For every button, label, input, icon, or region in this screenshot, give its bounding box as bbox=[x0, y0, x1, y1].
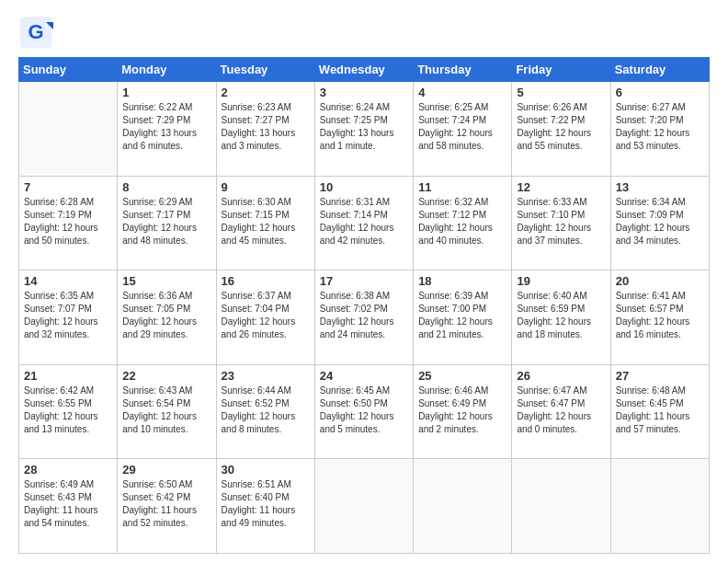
day-number: 6 bbox=[616, 86, 704, 99]
calendar-cell: 4Sunrise: 6:25 AM Sunset: 7:24 PM Daylig… bbox=[414, 82, 512, 177]
calendar-table: Sunday Monday Tuesday Wednesday Thursday… bbox=[18, 57, 710, 554]
day-number: 29 bbox=[122, 463, 210, 477]
daylight-info: Sunrise: 6:24 AM Sunset: 7:25 PM Dayligh… bbox=[320, 101, 408, 153]
calendar-cell: 15Sunrise: 6:36 AM Sunset: 7:05 PM Dayli… bbox=[118, 270, 216, 365]
daylight-info: Sunrise: 6:25 AM Sunset: 7:24 PM Dayligh… bbox=[418, 101, 506, 153]
daylight-info: Sunrise: 6:41 AM Sunset: 6:57 PM Dayligh… bbox=[616, 290, 704, 341]
daylight-info: Sunrise: 6:44 AM Sunset: 6:52 PM Dayligh… bbox=[222, 385, 310, 436]
day-number: 30 bbox=[222, 463, 310, 477]
day-number: 25 bbox=[418, 369, 506, 383]
day-number: 16 bbox=[222, 274, 310, 288]
calendar-cell: 8Sunrise: 6:29 AM Sunset: 7:17 PM Daylig… bbox=[118, 176, 216, 270]
daylight-info: Sunrise: 6:34 AM Sunset: 7:09 PM Dayligh… bbox=[616, 196, 704, 247]
daylight-info: Sunrise: 6:49 AM Sunset: 6:43 PM Dayligh… bbox=[24, 478, 112, 530]
logo: G bbox=[18, 15, 57, 50]
daylight-info: Sunrise: 6:28 AM Sunset: 7:19 PM Dayligh… bbox=[24, 196, 112, 247]
day-number: 21 bbox=[24, 369, 112, 383]
calendar-cell: 2Sunrise: 6:23 AM Sunset: 7:27 PM Daylig… bbox=[216, 82, 314, 177]
calendar-cell: 23Sunrise: 6:44 AM Sunset: 6:52 PM Dayli… bbox=[216, 364, 314, 459]
daylight-info: Sunrise: 6:30 AM Sunset: 7:15 PM Dayligh… bbox=[222, 196, 310, 247]
day-number: 20 bbox=[616, 274, 704, 288]
calendar-header-row: Sunday Monday Tuesday Wednesday Thursday… bbox=[19, 58, 710, 82]
calendar-cell: 12Sunrise: 6:33 AM Sunset: 7:10 PM Dayli… bbox=[512, 176, 610, 270]
col-saturday: Saturday bbox=[610, 58, 709, 82]
daylight-info: Sunrise: 6:33 AM Sunset: 7:10 PM Dayligh… bbox=[517, 196, 605, 247]
calendar-cell: 26Sunrise: 6:47 AM Sunset: 6:47 PM Dayli… bbox=[512, 364, 610, 459]
daylight-info: Sunrise: 6:39 AM Sunset: 7:00 PM Dayligh… bbox=[418, 290, 506, 341]
col-thursday: Thursday bbox=[414, 58, 512, 82]
calendar-cell: 24Sunrise: 6:45 AM Sunset: 6:50 PM Dayli… bbox=[314, 364, 413, 459]
svg-text:G: G bbox=[28, 20, 43, 43]
week-row-2: 7Sunrise: 6:28 AM Sunset: 7:19 PM Daylig… bbox=[19, 176, 710, 270]
week-row-1: 1Sunrise: 6:22 AM Sunset: 7:29 PM Daylig… bbox=[19, 82, 710, 177]
day-number: 22 bbox=[122, 369, 210, 383]
week-row-4: 21Sunrise: 6:42 AM Sunset: 6:55 PM Dayli… bbox=[19, 364, 710, 459]
daylight-info: Sunrise: 6:40 AM Sunset: 6:59 PM Dayligh… bbox=[517, 290, 605, 341]
day-number: 24 bbox=[320, 369, 408, 383]
day-number: 26 bbox=[517, 369, 605, 383]
calendar-cell: 17Sunrise: 6:38 AM Sunset: 7:02 PM Dayli… bbox=[314, 270, 413, 365]
calendar-cell: 22Sunrise: 6:43 AM Sunset: 6:54 PM Dayli… bbox=[118, 364, 216, 459]
daylight-info: Sunrise: 6:42 AM Sunset: 6:55 PM Dayligh… bbox=[24, 385, 112, 436]
calendar-cell: 11Sunrise: 6:32 AM Sunset: 7:12 PM Dayli… bbox=[414, 176, 512, 270]
day-number: 7 bbox=[24, 180, 112, 194]
col-sunday: Sunday bbox=[19, 58, 118, 82]
col-monday: Monday bbox=[118, 58, 216, 82]
day-number: 28 bbox=[24, 463, 112, 477]
daylight-info: Sunrise: 6:45 AM Sunset: 6:50 PM Dayligh… bbox=[320, 385, 408, 436]
calendar-cell: 10Sunrise: 6:31 AM Sunset: 7:14 PM Dayli… bbox=[314, 176, 413, 270]
calendar-cell: 30Sunrise: 6:51 AM Sunset: 6:40 PM Dayli… bbox=[216, 459, 314, 554]
day-number: 14 bbox=[24, 274, 112, 288]
day-number: 18 bbox=[418, 274, 506, 288]
calendar-cell: 16Sunrise: 6:37 AM Sunset: 7:04 PM Dayli… bbox=[216, 270, 314, 365]
day-number: 10 bbox=[320, 180, 408, 194]
day-number: 17 bbox=[320, 274, 408, 288]
day-number: 23 bbox=[222, 369, 310, 383]
daylight-info: Sunrise: 6:37 AM Sunset: 7:04 PM Dayligh… bbox=[222, 290, 310, 341]
day-number: 8 bbox=[122, 180, 210, 194]
daylight-info: Sunrise: 6:32 AM Sunset: 7:12 PM Dayligh… bbox=[418, 196, 506, 247]
day-number: 13 bbox=[616, 180, 704, 194]
calendar-cell: 19Sunrise: 6:40 AM Sunset: 6:59 PM Dayli… bbox=[512, 270, 610, 365]
daylight-info: Sunrise: 6:29 AM Sunset: 7:17 PM Dayligh… bbox=[122, 196, 210, 247]
day-number: 15 bbox=[122, 274, 210, 288]
calendar-cell bbox=[512, 459, 610, 554]
week-row-5: 28Sunrise: 6:49 AM Sunset: 6:43 PM Dayli… bbox=[19, 459, 710, 554]
calendar-cell: 13Sunrise: 6:34 AM Sunset: 7:09 PM Dayli… bbox=[610, 176, 709, 270]
page: G Sunday Monday Tuesday Wednesday Thursd… bbox=[0, 0, 728, 563]
day-number: 19 bbox=[517, 274, 605, 288]
calendar-cell: 20Sunrise: 6:41 AM Sunset: 6:57 PM Dayli… bbox=[610, 270, 709, 365]
daylight-info: Sunrise: 6:46 AM Sunset: 6:49 PM Dayligh… bbox=[418, 385, 506, 436]
calendar-cell: 6Sunrise: 6:27 AM Sunset: 7:20 PM Daylig… bbox=[610, 82, 709, 177]
col-tuesday: Tuesday bbox=[216, 58, 314, 82]
calendar-cell bbox=[19, 82, 118, 177]
col-friday: Friday bbox=[512, 58, 610, 82]
daylight-info: Sunrise: 6:51 AM Sunset: 6:40 PM Dayligh… bbox=[222, 478, 310, 530]
daylight-info: Sunrise: 6:31 AM Sunset: 7:14 PM Dayligh… bbox=[320, 196, 408, 247]
calendar-cell: 27Sunrise: 6:48 AM Sunset: 6:45 PM Dayli… bbox=[610, 364, 709, 459]
day-number: 3 bbox=[320, 86, 408, 99]
calendar-cell: 1Sunrise: 6:22 AM Sunset: 7:29 PM Daylig… bbox=[118, 82, 216, 177]
daylight-info: Sunrise: 6:23 AM Sunset: 7:27 PM Dayligh… bbox=[222, 101, 310, 153]
calendar-cell: 14Sunrise: 6:35 AM Sunset: 7:07 PM Dayli… bbox=[19, 270, 118, 365]
day-number: 11 bbox=[418, 180, 506, 194]
day-number: 12 bbox=[517, 180, 605, 194]
header: G bbox=[18, 15, 710, 50]
calendar-cell: 18Sunrise: 6:39 AM Sunset: 7:00 PM Dayli… bbox=[414, 270, 512, 365]
calendar-cell: 3Sunrise: 6:24 AM Sunset: 7:25 PM Daylig… bbox=[314, 82, 413, 177]
daylight-info: Sunrise: 6:48 AM Sunset: 6:45 PM Dayligh… bbox=[616, 385, 704, 436]
day-number: 1 bbox=[122, 86, 210, 99]
calendar-cell: 9Sunrise: 6:30 AM Sunset: 7:15 PM Daylig… bbox=[216, 176, 314, 270]
calendar-cell: 28Sunrise: 6:49 AM Sunset: 6:43 PM Dayli… bbox=[19, 459, 118, 554]
calendar-cell bbox=[314, 459, 413, 554]
calendar-cell bbox=[610, 459, 709, 554]
col-wednesday: Wednesday bbox=[314, 58, 413, 82]
day-number: 4 bbox=[418, 86, 506, 99]
daylight-info: Sunrise: 6:22 AM Sunset: 7:29 PM Dayligh… bbox=[122, 101, 210, 153]
calendar-cell: 5Sunrise: 6:26 AM Sunset: 7:22 PM Daylig… bbox=[512, 82, 610, 177]
daylight-info: Sunrise: 6:47 AM Sunset: 6:47 PM Dayligh… bbox=[517, 385, 605, 436]
daylight-info: Sunrise: 6:35 AM Sunset: 7:07 PM Dayligh… bbox=[24, 290, 112, 341]
day-number: 2 bbox=[222, 86, 310, 99]
logo-icon: G bbox=[18, 15, 53, 50]
daylight-info: Sunrise: 6:43 AM Sunset: 6:54 PM Dayligh… bbox=[122, 385, 210, 436]
